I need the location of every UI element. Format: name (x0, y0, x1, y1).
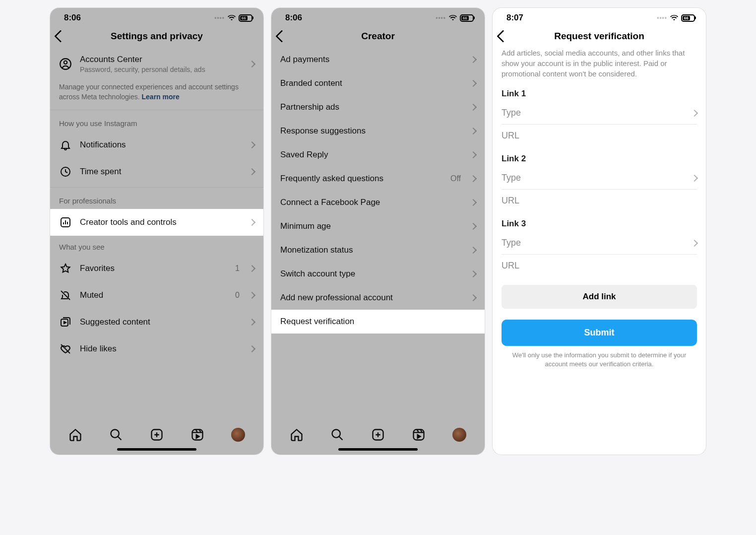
creator-item-label: Response suggestions (280, 126, 463, 136)
cell-dots-icon: •••• (657, 14, 667, 21)
chevron-right-icon (691, 239, 698, 246)
chevron-right-icon (470, 80, 477, 87)
notifications-label: Notifications (80, 140, 242, 150)
tab-search[interactable] (109, 427, 124, 442)
screen-request-verification: 8:07 •••• 66 Request verification Add ar… (493, 8, 706, 455)
status-right: •••• 66 (214, 14, 252, 22)
link3-url-field[interactable]: URL (493, 255, 706, 277)
tab-bar (50, 421, 263, 445)
link3-type-field[interactable]: Type (493, 232, 706, 254)
page-title: Request verification (493, 31, 706, 42)
request-verification-row[interactable]: Request verification (271, 310, 485, 334)
section-professionals: For professionals (50, 190, 263, 209)
tab-home[interactable] (289, 427, 304, 442)
add-link-button[interactable]: Add link (502, 285, 697, 309)
svg-rect-10 (414, 430, 424, 440)
link2-header: Link 2 (493, 147, 706, 167)
creator-item-label: Add new professional account (280, 293, 463, 303)
tab-create[interactable] (149, 427, 164, 442)
creator-item-row[interactable]: Add new professional account (271, 286, 485, 310)
creator-item-row[interactable]: Partnership ads (271, 95, 485, 119)
learn-more-link[interactable]: Learn more (142, 93, 180, 101)
hide-likes-row[interactable]: Hide likes (50, 335, 263, 362)
creator-item-label: Branded content (280, 78, 463, 88)
creator-item-label: Ad payments (280, 55, 463, 65)
creator-item-row[interactable]: Switch account type (271, 262, 485, 286)
creator-item-label: Saved Reply (280, 150, 463, 160)
chevron-right-icon (249, 292, 255, 299)
status-bar: 8:06 •••• 66 (50, 8, 263, 25)
link2-url-field[interactable]: URL (493, 190, 706, 212)
status-time: 8:06 (64, 13, 81, 23)
section-what-you-see: What you see (50, 236, 263, 255)
chevron-right-icon (249, 141, 255, 148)
creator-item-row[interactable]: Minimum age (271, 214, 485, 238)
page-title: Settings and privacy (50, 31, 263, 42)
footer-note: We'll only use the information you submi… (493, 346, 706, 374)
navbar: Request verification (493, 25, 706, 48)
tab-search[interactable] (330, 427, 345, 442)
chevron-right-icon (470, 151, 477, 158)
status-time: 8:07 (506, 13, 523, 23)
favorites-label: Favorites (80, 264, 227, 273)
link1-url-field[interactable]: URL (493, 125, 706, 147)
creator-item-row[interactable]: Ad payments (271, 48, 485, 71)
accounts-center-row[interactable]: Accounts Center Password, security, pers… (50, 48, 263, 80)
creator-item-row[interactable]: Monetization status (271, 238, 485, 262)
tab-reels[interactable] (411, 427, 426, 442)
home-indicator (117, 448, 196, 451)
avatar-icon (231, 428, 245, 442)
creator-item-label: Minimum age (280, 221, 463, 231)
navbar: Creator (271, 25, 485, 48)
link2-type-field[interactable]: Type (493, 167, 706, 189)
navbar: Settings and privacy (50, 25, 263, 48)
chevron-right-icon (470, 175, 477, 182)
tab-profile[interactable] (231, 427, 246, 442)
muted-row[interactable]: Muted 0 (50, 282, 263, 309)
accounts-center-subtitle: Password, security, personal details, ad… (80, 66, 242, 73)
tab-create[interactable] (371, 427, 385, 442)
wifi-icon (449, 15, 457, 21)
creator-item-row[interactable]: Branded content (271, 71, 485, 95)
chevron-right-icon (470, 247, 477, 254)
status-right: •••• 66 (436, 14, 474, 22)
tab-home[interactable] (68, 427, 83, 442)
chevron-right-icon (470, 270, 477, 277)
type-placeholder: Type (502, 238, 692, 248)
cell-dots-icon: •••• (214, 14, 225, 21)
url-placeholder: URL (502, 261, 697, 271)
url-placeholder: URL (502, 131, 697, 141)
favorites-row[interactable]: Favorites 1 (50, 255, 263, 282)
star-icon (59, 262, 72, 275)
accounts-center-title: Accounts Center (80, 55, 242, 65)
time-spent-row[interactable]: Time spent (50, 158, 263, 185)
submit-button[interactable]: Submit (502, 320, 697, 346)
battery-icon: 66 (681, 14, 695, 22)
tab-profile[interactable] (452, 427, 467, 442)
screen-creator: 8:06 •••• 66 Creator Ad paymentsBranded … (271, 8, 485, 455)
creator-tools-row[interactable]: Creator tools and controls (50, 209, 263, 236)
clock-icon (59, 165, 72, 178)
time-spent-label: Time spent (80, 167, 242, 177)
avatar-icon (452, 428, 466, 442)
verification-description: Add articles, social media accounts, and… (493, 48, 706, 82)
chevron-right-icon (249, 345, 255, 352)
creator-item-row[interactable]: Response suggestions (271, 119, 485, 143)
creator-item-row[interactable]: Saved Reply (271, 143, 485, 167)
status-bar: 8:07 •••• 66 (493, 8, 706, 25)
page-title: Creator (271, 31, 485, 42)
link3-header: Link 3 (493, 212, 706, 232)
notifications-row[interactable]: Notifications (50, 132, 263, 158)
creator-item-label: Partnership ads (280, 102, 463, 112)
hide-likes-label: Hide likes (80, 344, 242, 354)
muted-value: 0 (235, 291, 240, 300)
cell-dots-icon: •••• (436, 14, 446, 21)
creator-item-row[interactable]: Frequently asked questionsOff (271, 167, 485, 191)
heart-off-icon (59, 342, 72, 355)
bell-icon (59, 138, 72, 151)
suggested-content-row[interactable]: Suggested content (50, 309, 263, 335)
creator-item-row[interactable]: Connect a Facebook Page (271, 191, 485, 214)
user-circle-icon (59, 58, 72, 70)
link1-type-field[interactable]: Type (493, 102, 706, 124)
tab-reels[interactable] (190, 427, 205, 442)
